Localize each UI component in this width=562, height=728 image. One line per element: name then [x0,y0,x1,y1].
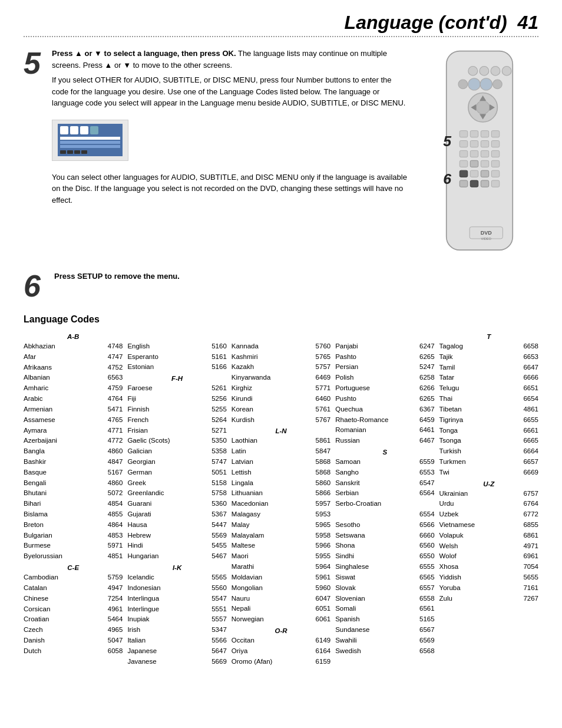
lc-header-ln: L-N [232,427,330,434]
divider [24,36,538,37]
svg-rect-18 [491,131,500,137]
page-header: Language (cont'd) 41 [24,12,538,34]
svg-rect-28 [470,160,478,167]
svg-rect-37 [481,180,489,187]
svg-rect-21 [481,141,489,147]
step6-section: 6 Press SETUP to remove the menu. [24,271,538,301]
lc-column-4: Panjabi6247 Pashto6265 Persian5247 Polis… [335,331,434,667]
svg-rect-24 [470,150,478,157]
svg-point-4 [502,67,511,76]
language-codes-title: Language Codes [24,314,538,325]
language-codes-section: Language Codes A-B Abkhazian4748 Afar474… [24,314,538,667]
svg-rect-23 [459,150,468,157]
svg-rect-38 [491,180,500,187]
svg-rect-19 [459,141,468,147]
svg-text:5: 5 [443,133,452,149]
svg-point-10 [476,101,490,114]
step5-instruction-bold: Press ▲ or ▼ to select a language, then … [52,49,236,58]
svg-rect-15 [459,131,468,137]
svg-rect-17 [481,131,489,137]
lc-header-uz: U-Z [439,480,538,487]
menu-screenshot [52,120,128,161]
svg-text:VIDEO: VIDEO [481,237,492,241]
lc-column-2: English5160 Esperanto5161 Estonian5166 F… [127,331,226,667]
svg-rect-34 [491,170,500,177]
svg-rect-35 [459,180,468,187]
lc-header-or: O-R [232,627,330,634]
step5-content: Press ▲ or ▼ to select a language, then … [52,48,409,209]
svg-rect-20 [470,141,478,147]
step6-content: Press SETUP to remove the menu. [54,271,538,286]
lc-column-5: T Tagalog6658 Tajik6653 Tamil6647 Tatar6… [439,331,538,667]
step5-section: 5 Press ▲ or ▼ to select a language, the… [24,48,538,260]
lc-column-3: Kannada5760 Kashmiri5765 Kazakh5757 Kiny… [232,331,330,667]
page-title: Language (cont'd) 41 [24,12,538,34]
lc-header-s: S [335,449,434,456]
svg-point-3 [491,67,500,76]
lc-header-ce: C-E [24,564,123,571]
svg-rect-26 [491,150,500,157]
svg-text:DVD: DVD [481,230,492,236]
svg-rect-32 [470,170,478,177]
svg-rect-33 [481,170,489,177]
lc-header-t: T [439,333,538,340]
svg-point-6 [468,78,480,90]
svg-rect-27 [459,160,468,167]
svg-rect-29 [481,160,489,167]
step5-note: You can select other languages for AUDIO… [52,172,409,206]
svg-point-8 [493,80,503,89]
step5-instruction-other: If you select OTHER for AUDIO, SUBTITLE,… [52,74,409,109]
svg-point-5 [458,80,468,89]
svg-point-2 [480,67,489,76]
svg-rect-22 [491,141,500,147]
lc-header-fh: F-H [127,375,226,382]
step5-number: 5 [24,48,46,78]
lc-header-ik: I-K [127,564,226,571]
remote-illustration: 5 6 DVD VIDEO [421,48,538,260]
svg-point-7 [480,78,492,90]
step6-number: 6 [24,271,46,301]
svg-rect-16 [470,131,478,137]
svg-rect-31 [459,170,468,177]
svg-text:6: 6 [443,171,451,187]
svg-rect-30 [491,160,500,167]
svg-point-1 [468,67,478,76]
lc-column-1: A-B Abkhazian4748 Afar4747 Afrikaans4752… [24,331,123,667]
step6-instruction: Press SETUP to remove the menu. [54,272,180,281]
svg-rect-36 [470,180,478,187]
language-codes-grid: A-B Abkhazian4748 Afar4747 Afrikaans4752… [24,331,538,667]
lc-header-ab: A-B [24,333,123,340]
svg-rect-25 [481,150,489,157]
